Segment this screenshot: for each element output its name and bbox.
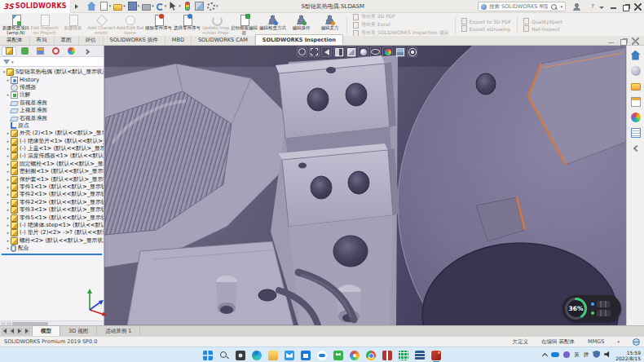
search-input[interactable] [489, 3, 548, 10]
command-tab[interactable]: SOLIDWORKS CAM [192, 36, 255, 45]
menu-expand-icon[interactable] [75, 4, 78, 9]
command-tab[interactable]: SOLIDWORKS Inspection [255, 34, 343, 45]
help-search-box[interactable]: ▾ [478, 2, 566, 11]
headsup-button[interactable] [297, 46, 307, 57]
panel-tab[interactable] [48, 46, 63, 56]
scroll-right-icon[interactable] [7, 322, 11, 325]
quick-access-button[interactable] [195, 2, 205, 11]
tab-scroll-last-icon[interactable] [24, 328, 30, 335]
taskbar-app-button[interactable] [332, 349, 345, 361]
document-tab[interactable]: 模型 [32, 325, 60, 336]
headsup-button[interactable] [382, 46, 393, 57]
ribbon-button[interactable]: Edit Inspection Project [30, 14, 59, 36]
ribbon-button[interactable]: 移除零件序号 [144, 14, 173, 36]
headsup-button[interactable] [407, 46, 417, 57]
taskbar-app-button[interactable] [267, 349, 280, 361]
quick-access-button[interactable]: ▾ [99, 2, 112, 11]
command-tab[interactable]: 草图 [55, 36, 79, 45]
headsup-button[interactable] [346, 46, 356, 57]
taskbar-app-button[interactable] [348, 349, 361, 361]
taskbar-app-button[interactable] [201, 349, 214, 361]
window-control-button[interactable] [571, 0, 583, 13]
taskbar-app-button[interactable] [397, 349, 410, 361]
quick-access-button[interactable]: ▾ [169, 2, 181, 11]
quick-access-button[interactable] [87, 2, 97, 11]
panel-tab[interactable] [2, 46, 16, 56]
taskbar-app-button[interactable] [283, 349, 296, 361]
tray-item[interactable]: 拼 [584, 351, 589, 359]
task-pane-button[interactable] [629, 142, 642, 154]
ribbon-menu-item[interactable]: 导出至 2D PDF [353, 13, 449, 20]
panel-tab[interactable] [33, 46, 47, 56]
task-pane-button[interactable] [629, 80, 642, 92]
ribbon-button[interactable]: 新建模板 [59, 14, 87, 36]
tree-filter[interactable]: ▾ [0, 57, 104, 67]
taskbar-app-button[interactable] [299, 349, 312, 361]
tree-item[interactable]: ▸ History [0, 76, 104, 83]
ribbon-button[interactable]: 启动模板编辑器 [230, 14, 258, 36]
ribbon-menu-item[interactable]: QualityXpert [523, 18, 562, 24]
tray-item[interactable] [604, 351, 611, 360]
quick-access-button[interactable]: ▾ [157, 2, 167, 11]
headsup-button[interactable] [309, 46, 320, 57]
viewport-3d[interactable] [104, 46, 626, 325]
tray-item[interactable] [543, 351, 547, 360]
tree-item[interactable]: ▸ 配合 [0, 245, 104, 252]
rollback-bar[interactable] [2, 254, 102, 255]
tree-item[interactable]: ▸ (-) 上盖<1> (默认<<默认>_显示状态 [0, 145, 104, 152]
taskbar-app-button[interactable] [364, 349, 377, 361]
panel-tab[interactable] [79, 46, 94, 56]
filter-caret-icon[interactable]: ▾ [11, 60, 14, 64]
command-tab[interactable]: 装配体 [0, 36, 30, 45]
ribbon-menu-item[interactable]: Export to 3D PDF [461, 18, 512, 24]
tab-scroll-next-icon[interactable] [16, 328, 23, 335]
panel-tab[interactable] [64, 46, 78, 56]
taskbar-app-button[interactable] [381, 349, 394, 361]
units-caret-icon[interactable]: ▾ [617, 340, 620, 344]
ribbon-menu-item[interactable]: Net-Inspect [523, 25, 562, 32]
tree-item[interactable]: ▸ 螺栓<2> (默认<<默认>_显示状态> [0, 237, 104, 245]
scrollbar-thumb[interactable] [12, 322, 48, 325]
tray-item[interactable] [551, 352, 559, 359]
command-tab[interactable]: MBD [165, 36, 192, 45]
panel-tab[interactable] [17, 46, 32, 56]
taskbar-app-button[interactable] [234, 349, 247, 361]
ribbon-button[interactable]: 新建检查项目 (amp;N) [2, 14, 30, 36]
tray-item[interactable]: 英 [574, 351, 580, 359]
taskbar-app-button[interactable] [430, 349, 443, 361]
web-help-globe-icon[interactable] [633, 338, 640, 346]
quick-access-button[interactable]: ▾ [128, 2, 140, 11]
taskbar-clock[interactable]: 15:59 2022/8/15 [615, 350, 641, 361]
ribbon-menu-item[interactable]: Export eDrawing [461, 25, 512, 32]
task-pane-button[interactable] [629, 64, 642, 77]
scroll-left-icon[interactable] [1, 322, 6, 325]
tree-item[interactable]: ▸ (-) 绝缘垫片<1> (默认<<默认>_显示 [0, 138, 104, 145]
tree-item[interactable]: 右视基准面 [0, 114, 104, 121]
tray-item[interactable] [593, 351, 600, 360]
solidworks-logo[interactable]: 3S SOLIDWORKS [0, 0, 71, 13]
headsup-button[interactable] [358, 46, 368, 57]
window-control-button[interactable] [620, 0, 632, 13]
headsup-button[interactable] [370, 46, 381, 57]
headsup-button[interactable] [321, 46, 332, 57]
doc-minimize-icon[interactable] [607, 38, 615, 45]
tree-item[interactable]: ▸ (-) 温度传感器<1> (默认<<默认>_显 [0, 152, 104, 160]
ribbon-button[interactable]: Add Characteristic [87, 14, 116, 36]
taskbar-app-button[interactable] [218, 349, 231, 361]
tab-scroll-prev-icon[interactable] [9, 328, 15, 335]
quick-access-button[interactable]: ▾ [142, 2, 154, 11]
tree-item[interactable]: ▸ 密封圈<1> (默认<<默认>_显示状态 [0, 168, 104, 175]
headsup-button[interactable] [395, 46, 405, 57]
quick-access-button[interactable] [183, 2, 192, 11]
tree-item[interactable]: 上视基准面 [0, 107, 104, 114]
tree-item[interactable]: ▸ 零件2<2> (默认<<默认>_显示状态> [0, 199, 104, 206]
ribbon-button[interactable]: 编辑检查方式 [258, 14, 287, 36]
doc-restore-icon[interactable] [620, 38, 627, 45]
tree-item[interactable]: ▸ 零件5<1> (默认<<默认>_显示状态> [0, 214, 104, 221]
command-tab[interactable]: 评估 [79, 36, 104, 45]
tree-item[interactable]: ▸ 零件1<1> (默认<<默认>_显示状态> [0, 183, 104, 191]
ribbon-button[interactable]: 编辑卖方 [315, 14, 344, 36]
task-pane-button[interactable] [629, 126, 642, 139]
headsup-button[interactable] [333, 46, 344, 57]
tree-item[interactable]: ▸ 注解 [0, 91, 104, 99]
